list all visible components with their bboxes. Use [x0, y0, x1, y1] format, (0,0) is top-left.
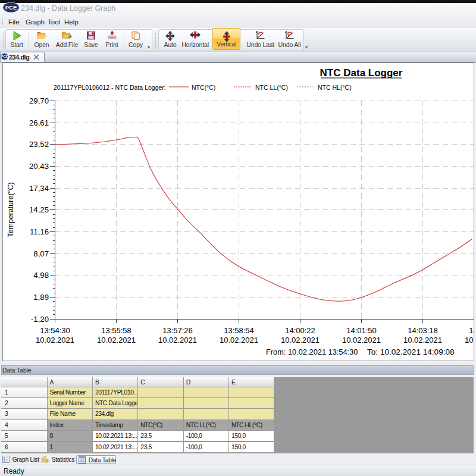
svg-text:13:58:54: 13:58:54 [224, 325, 254, 334]
svg-text:PCE: PCE [5, 4, 17, 11]
svg-text:13:54:30: 13:54:30 [40, 325, 70, 334]
svg-text:10.02.2021: 10.02.2021 [403, 336, 442, 345]
svg-text:10.02.2021: 10.02.2021 [465, 336, 474, 345]
svg-text:To: 10.02.2021 14:09:08: To: 10.02.2021 14:09:08 [367, 347, 455, 356]
svg-text:NTC(°C): NTC(°C) [192, 83, 215, 90]
svg-text:23,52: 23,52 [29, 140, 49, 149]
svg-text:11,16: 11,16 [30, 227, 49, 236]
svg-text:201117YPL0106012 - NTC Data Lo: 201117YPL0106012 - NTC Data Logger: [54, 83, 166, 90]
svg-text:29,70: 29,70 [29, 96, 49, 105]
svg-text:13:55:58: 13:55:58 [101, 325, 131, 334]
svg-text:10.02.2021: 10.02.2021 [36, 336, 74, 345]
svg-text:4,98: 4,98 [33, 271, 49, 280]
svg-text:14:03:18: 14:03:18 [408, 325, 438, 334]
svg-text:10.02.2021: 10.02.2021 [281, 336, 320, 345]
svg-text:NTC LL(°C): NTC LL(°C) [255, 83, 288, 90]
svg-text:14:00:22: 14:00:22 [285, 325, 315, 334]
svg-text:10.02.2021: 10.02.2021 [342, 336, 381, 345]
svg-text:20,43: 20,43 [29, 161, 49, 170]
svg-text:NTC HL(°C): NTC HL(°C) [318, 83, 352, 90]
svg-text:-1,20: -1,20 [31, 314, 49, 323]
svg-text:14,25: 14,25 [29, 205, 49, 214]
svg-text:14:04:46: 14:04:46 [469, 325, 473, 334]
svg-text:26,61: 26,61 [29, 118, 49, 127]
svg-text:From: 10.02.2021 13:54:30: From: 10.02.2021 13:54:30 [266, 347, 358, 356]
svg-text:17,34: 17,34 [29, 183, 49, 192]
svg-text:PCE: PCE [1, 55, 8, 58]
svg-text:13:57:26: 13:57:26 [162, 325, 193, 334]
svg-text:1,89: 1,89 [33, 292, 49, 301]
svg-text:10.02.2021: 10.02.2021 [220, 336, 258, 345]
svg-text:8,07: 8,07 [33, 249, 49, 258]
svg-text:NTC Data Logger: NTC Data Logger [320, 67, 403, 78]
svg-text:Temperature(°C): Temperature(°C) [7, 182, 15, 237]
svg-text:10.02.2021: 10.02.2021 [158, 336, 197, 345]
svg-text:10.02.2021: 10.02.2021 [97, 336, 136, 345]
svg-text:14:01:50: 14:01:50 [346, 325, 377, 334]
